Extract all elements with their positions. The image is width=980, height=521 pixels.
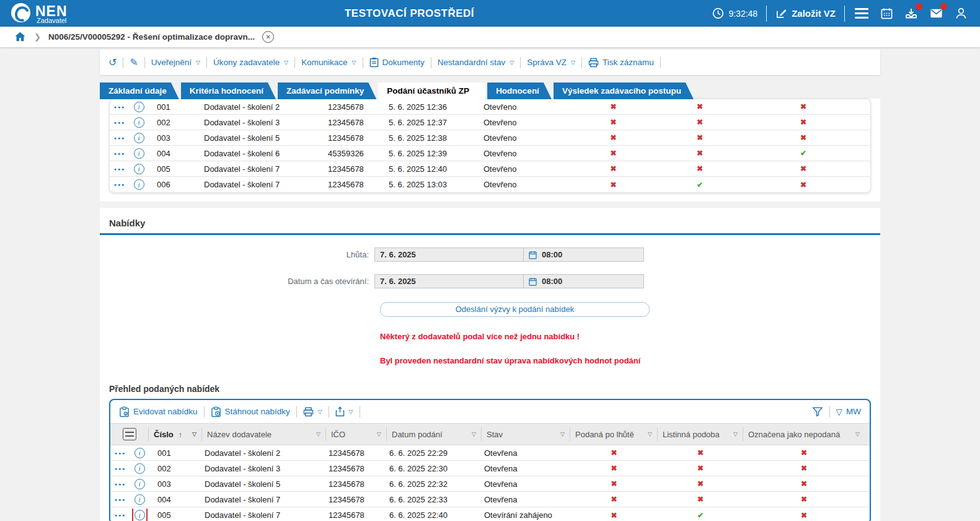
info-icon[interactable]: i (134, 179, 144, 190)
filter-chevron-icon[interactable]: ▽ (316, 431, 320, 437)
table-row[interactable]: ●●● i 004 Dodavatel - školení 7 12345678… (110, 492, 870, 507)
home-icon[interactable] (14, 30, 27, 43)
menu-ukony-zadavatele[interactable]: Úkony zadavatele▽ (213, 58, 288, 67)
info-icon[interactable]: i (134, 102, 144, 112)
calendar-icon[interactable] (878, 6, 894, 22)
row-menu-icon[interactable]: ●●● (110, 105, 130, 109)
flag-podana-po-lhute: ✖ (570, 180, 657, 189)
row-menu-icon[interactable]: ●●● (110, 182, 130, 187)
filter-chevron-icon[interactable]: ▽ (560, 431, 565, 437)
create-vz-button[interactable]: Založit VZ (775, 7, 836, 19)
column-listinna-podoba[interactable]: Listinná podoba▽ (658, 427, 743, 441)
row-menu-icon[interactable]: ●●● (110, 513, 130, 517)
table-row[interactable]: ●●● i 005 Dodavatel - školení 7 12345678… (110, 161, 870, 177)
nen-logo[interactable]: NEN Zadavatel (11, 3, 68, 24)
user-profile-icon[interactable] (953, 6, 969, 22)
cell-datum-podani: 6. 6. 2025 22:40 (387, 510, 482, 520)
info-icon[interactable]: i (135, 463, 145, 474)
column-cislo[interactable]: Číslo↑▽ (149, 427, 202, 441)
info-icon[interactable]: i (134, 117, 144, 128)
table-row[interactable]: ●●● i 006 Dodavatel - školení 7 12345678… (110, 177, 870, 192)
column-settings-cell[interactable] (110, 427, 149, 441)
oteviranie-date-field[interactable]: 7. 6. 2025 (374, 274, 523, 288)
view-selector[interactable]: ▽MW (836, 407, 861, 417)
filter-chevron-icon[interactable]: ▽ (192, 431, 196, 437)
export-button[interactable]: ▽ (335, 406, 353, 417)
filter-chevron-icon[interactable]: ▽ (648, 431, 652, 437)
menu-komunikace[interactable]: Komunikace▽ (301, 58, 356, 67)
column-ico[interactable]: IČO▽ (326, 427, 387, 441)
messages-icon[interactable] (928, 6, 944, 22)
table-row[interactable]: ●●● i 003 Dodavatel - školení 5 12345678… (110, 476, 870, 492)
info-icon[interactable]: i (135, 448, 145, 458)
row-menu-icon[interactable]: ●●● (110, 120, 130, 125)
column-podana-po-lhute[interactable]: Podaná po lhůtě▽ (570, 427, 658, 441)
table-row[interactable]: ●●● i 001 Dodavatel - školení 2 12345678… (110, 445, 870, 461)
edit-icon[interactable]: ✎ (130, 58, 138, 68)
filter-chevron-icon[interactable]: ▽ (733, 431, 738, 437)
tab-zadavaci-podminky[interactable]: Zadávací podmínky (278, 82, 376, 99)
chevron-down-icon: ▽ (510, 60, 514, 66)
tab-hodnoceni[interactable]: Hodnocení (487, 82, 552, 99)
row-menu-icon[interactable]: ●●● (110, 451, 130, 455)
menu-dokumenty[interactable]: Dokumenty (369, 57, 425, 68)
menu-icon[interactable] (854, 6, 870, 22)
evidovat-nabidku-button[interactable]: Evidovat nabídku (119, 406, 198, 417)
chevron-down-icon: ▽ (571, 60, 575, 66)
filter-chevron-icon[interactable]: ▽ (855, 431, 860, 437)
lhuta-time-value: 08:00 (542, 250, 562, 259)
filter-chevron-icon[interactable]: ▽ (472, 431, 476, 437)
info-icon[interactable]: i (135, 479, 145, 489)
oteviranie-row: Datum a čas otevírání: 7. 6. 2025 08:00 (100, 274, 880, 288)
column-oznacena-jako-nepodana[interactable]: Označena jako nepodaná▽ (743, 427, 865, 441)
divider (123, 57, 123, 68)
row-menu-icon[interactable]: ●●● (110, 167, 130, 171)
close-record-icon[interactable]: ✕ (262, 31, 274, 43)
cell-datum: 5. 6. 2025 12:39 (386, 149, 481, 158)
menu-sprava-vz[interactable]: Správa VZ▽ (527, 58, 575, 67)
row-menu-icon[interactable]: ●●● (110, 136, 130, 140)
table-row[interactable]: ●●● i 005 Dodavatel - školení 7 12345678… (110, 507, 870, 521)
tab-vysledek-zadavaciho-postupu[interactable]: Výsledek zadávacího postupu (554, 82, 694, 99)
row-menu-icon[interactable]: ●●● (110, 482, 130, 486)
column-nazev-dodavatele[interactable]: Název dodavatele▽ (202, 427, 326, 441)
tab-kriteria-hodnoceni[interactable]: Kritéria hodnocení (181, 82, 276, 99)
history-icon[interactable]: ↺ (108, 58, 117, 68)
filter-chevron-icon[interactable]: ▽ (377, 431, 381, 437)
cell-cislo: 003 (149, 479, 202, 489)
row-menu-icon[interactable]: ●●● (110, 497, 130, 502)
info-icon[interactable]: i (134, 133, 144, 143)
send-call-for-offers-button[interactable]: Odeslání výzvy k podání nabídek (380, 302, 650, 317)
table-row[interactable]: ●●● i 003 Dodavatel - školení 5 12345678… (110, 130, 870, 146)
lhuta-time-field[interactable]: 08:00 (523, 247, 644, 262)
tab-podani-ucastniku-zp[interactable]: Podání účastníků ZP (378, 82, 485, 99)
table-row[interactable]: ●●● i 004 Dodavatel - školení 6 45359326… (110, 146, 870, 161)
clock-icon (712, 7, 724, 19)
breadcrumb-item[interactable]: N006/25/V00005292 - Řešení optimalizace … (48, 32, 255, 42)
cell-datum: 5. 6. 2025 12:37 (386, 118, 481, 127)
filter-icon[interactable] (812, 406, 823, 417)
column-datum-podani[interactable]: Datum podání▽ (387, 427, 482, 441)
table-row[interactable]: ●●● i 001 Dodavatel - školení 2 12345678… (110, 99, 870, 115)
inbox-notifications-icon[interactable] (903, 6, 919, 22)
divider (660, 57, 661, 68)
print-record-button[interactable]: Tisk záznamu (588, 58, 654, 68)
column-stav[interactable]: Stav▽ (482, 427, 570, 441)
menu-uverejneni[interactable]: Uveřejnění▽ (151, 58, 200, 67)
info-icon[interactable]: i (134, 164, 144, 174)
info-icon[interactable]: i (135, 494, 145, 505)
lhuta-date-field[interactable]: 7. 6. 2025 (374, 247, 523, 262)
chevron-down-icon: ▽ (349, 409, 353, 415)
stahnout-nabidky-button[interactable]: Stáhnout nabídky (211, 406, 290, 417)
info-icon[interactable]: i (134, 148, 144, 159)
tab-zakladni-udaje[interactable]: Základní údaje (100, 82, 179, 99)
table-row[interactable]: ●●● i 002 Dodavatel - školení 3 12345678… (110, 461, 870, 476)
row-menu-icon[interactable]: ●●● (110, 151, 130, 156)
info-icon[interactable]: i (135, 510, 145, 520)
row-menu-icon[interactable]: ●●● (110, 466, 130, 471)
cell-nazev-dodavatele: Dodavatel - školení 3 (202, 464, 326, 473)
menu-nestandardni-stav[interactable]: Nestandardní stav▽ (438, 58, 514, 67)
table-row[interactable]: ●●● i 002 Dodavatel - školení 3 12345678… (110, 115, 870, 130)
oteviranie-time-field[interactable]: 08:00 (523, 274, 644, 288)
print-table-button[interactable]: ▽ (303, 407, 322, 417)
